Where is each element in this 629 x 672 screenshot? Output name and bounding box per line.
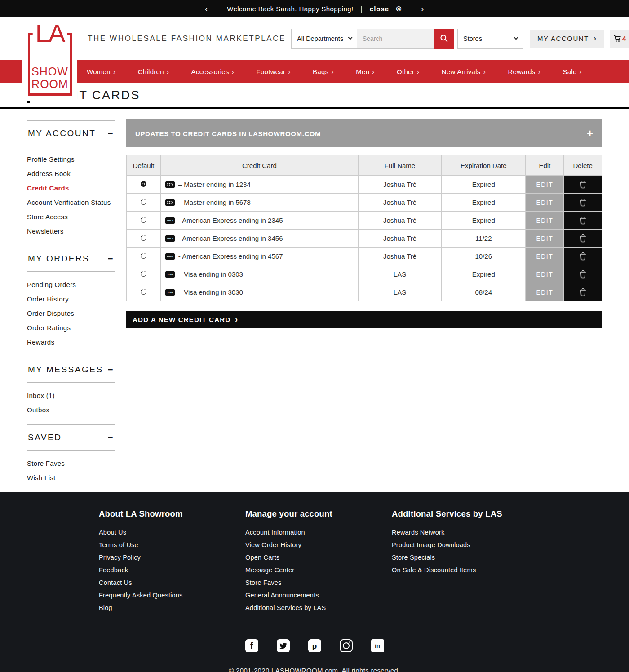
nav-item[interactable]: Women › — [87, 68, 115, 75]
sidebar-item-link[interactable]: Pending Orders — [27, 281, 76, 288]
sidebar-item-link[interactable]: Order Disputes — [27, 309, 74, 317]
sidebar-item-link[interactable]: Order History — [27, 295, 69, 303]
cart-button[interactable]: 4 — [610, 30, 629, 48]
footer-link[interactable]: Store Faves — [245, 579, 281, 586]
expiration-date: 08/24 — [442, 283, 526, 301]
nav-item[interactable]: Rewards › — [508, 68, 540, 75]
footer-link[interactable]: On Sale & Discounted Items — [392, 566, 476, 574]
sidebar-item-link[interactable]: Newsletters — [27, 227, 64, 235]
nav-item[interactable]: Accessories › — [191, 68, 234, 75]
facebook-icon[interactable]: f — [245, 639, 258, 652]
footer-link[interactable]: View Order History — [245, 541, 301, 548]
sidebar-section-header[interactable]: SAVED − — [27, 424, 115, 451]
collapse-minus-icon[interactable]: − — [108, 129, 114, 138]
search-button[interactable] — [434, 29, 454, 49]
delete-button[interactable] — [564, 230, 602, 247]
delete-button[interactable] — [564, 194, 602, 211]
default-radio[interactable] — [141, 289, 146, 295]
delete-button[interactable] — [564, 283, 602, 301]
footer-link[interactable]: Contact Us — [99, 579, 132, 586]
footer-link[interactable]: Account Information — [245, 529, 305, 536]
edit-button[interactable]: EDIT — [526, 176, 563, 193]
sidebar-item-link[interactable]: Store Faves — [27, 460, 65, 467]
next-arrow-icon[interactable]: › — [408, 4, 437, 13]
sidebar-item-link[interactable]: Inbox (1) — [27, 392, 55, 399]
twitter-icon[interactable] — [277, 639, 290, 652]
footer-link-item: Terms of Use — [99, 539, 245, 551]
sidebar-item-link[interactable]: Outbox — [27, 406, 49, 414]
footer-link[interactable]: Product Image Downloads — [392, 541, 470, 548]
sidebar-item: Order Disputes — [27, 306, 115, 321]
footer-link[interactable]: Store Specials — [392, 554, 435, 561]
logo[interactable]: LA SHOW ROOM — [22, 17, 77, 101]
default-radio[interactable] — [141, 199, 146, 205]
footer-link[interactable]: Terms of Use — [99, 541, 138, 548]
footer-link[interactable]: Open Carts — [245, 554, 279, 561]
logo-la: LA — [33, 21, 67, 45]
pinterest-icon[interactable]: p — [308, 639, 321, 652]
nav-item[interactable]: Children › — [138, 68, 169, 75]
footer-link[interactable]: Feedback — [99, 566, 128, 574]
sidebar-item-link[interactable]: Rewards — [27, 338, 54, 346]
stores-select[interactable]: Stores — [457, 29, 523, 49]
close-circle-icon[interactable]: ⊗ — [395, 4, 402, 13]
footer-link[interactable]: General Announcements — [245, 592, 319, 599]
edit-button[interactable]: EDIT — [526, 212, 563, 229]
sidebar-item-link[interactable]: Address Book — [27, 170, 71, 177]
sidebar-section-header[interactable]: MY ORDERS − — [27, 246, 115, 272]
footer-link[interactable]: Rewards Network — [392, 529, 444, 536]
footer-link[interactable]: Blog — [99, 604, 112, 611]
my-account-button[interactable]: MY ACCOUNT › — [530, 30, 604, 48]
collapse-minus-icon[interactable]: − — [108, 365, 114, 374]
collapse-minus-icon[interactable]: − — [108, 254, 114, 263]
updates-banner[interactable]: UPDATES TO CREDIT CARDS IN LASHOWROOM.CO… — [126, 119, 602, 147]
sidebar-item-link[interactable]: Account Verification Status — [27, 199, 111, 206]
sidebar-item-link[interactable]: Order Ratings — [27, 324, 71, 332]
sidebar-item-link[interactable]: Profile Settings — [27, 155, 75, 163]
departments-select[interactable]: All Departments — [291, 29, 357, 49]
edit-button[interactable]: EDIT — [526, 265, 563, 283]
footer-link[interactable]: Additional Services by LAS — [245, 604, 326, 611]
card-label: - American Express ending in 2345 — [178, 217, 283, 224]
default-radio[interactable] — [141, 217, 146, 223]
close-link[interactable]: close — [370, 5, 389, 13]
footer-link[interactable]: About Us — [99, 529, 126, 536]
default-radio[interactable] — [141, 271, 146, 277]
linkedin-icon[interactable]: in — [371, 639, 384, 652]
default-radio[interactable] — [141, 235, 146, 241]
sidebar-item-link[interactable]: Store Access — [27, 213, 68, 221]
nav-item[interactable]: Other › — [397, 68, 419, 75]
footer-link-item: Blog — [99, 601, 245, 614]
footer-link[interactable]: Frequently Asked Questions — [99, 592, 183, 599]
collapse-minus-icon[interactable]: − — [108, 433, 114, 442]
delete-button[interactable] — [564, 176, 602, 193]
delete-button[interactable] — [564, 248, 602, 265]
instagram-icon[interactable] — [340, 639, 353, 652]
default-radio[interactable] — [141, 253, 146, 259]
footer-column-title: Manage your account — [245, 509, 392, 519]
search-input[interactable] — [357, 29, 434, 49]
sidebar-section-header[interactable]: MY MESSAGES − — [27, 357, 115, 383]
footer-link[interactable]: Message Center — [245, 566, 294, 574]
sidebar-item-link[interactable]: Credit Cards — [27, 184, 69, 192]
default-radio[interactable] — [141, 181, 146, 187]
footer-link[interactable]: Privacy Policy — [99, 554, 141, 561]
prev-arrow-icon[interactable]: ‹ — [192, 4, 221, 13]
sidebar-section-header[interactable]: MY ACCOUNT − — [27, 120, 115, 146]
edit-button[interactable]: EDIT — [526, 230, 563, 247]
nav-item[interactable]: Sale › — [563, 68, 582, 75]
nav-item[interactable]: Footwear › — [256, 68, 290, 75]
nav-item-label: Women — [87, 68, 111, 75]
delete-button[interactable] — [564, 212, 602, 229]
edit-button[interactable]: EDIT — [526, 283, 563, 301]
expand-plus-icon[interactable]: + — [587, 127, 593, 140]
delete-button[interactable] — [564, 265, 602, 283]
nav-item-label: Bags — [313, 68, 328, 75]
edit-button[interactable]: EDIT — [526, 248, 563, 265]
add-credit-card-button[interactable]: ADD A NEW CREDIT CARD › — [126, 311, 602, 328]
nav-item[interactable]: Men › — [356, 68, 374, 75]
nav-item[interactable]: New Arrivals › — [442, 68, 486, 75]
nav-item[interactable]: Bags › — [313, 68, 334, 75]
edit-button[interactable]: EDIT — [526, 194, 563, 211]
sidebar-item-link[interactable]: Wish List — [27, 474, 56, 482]
